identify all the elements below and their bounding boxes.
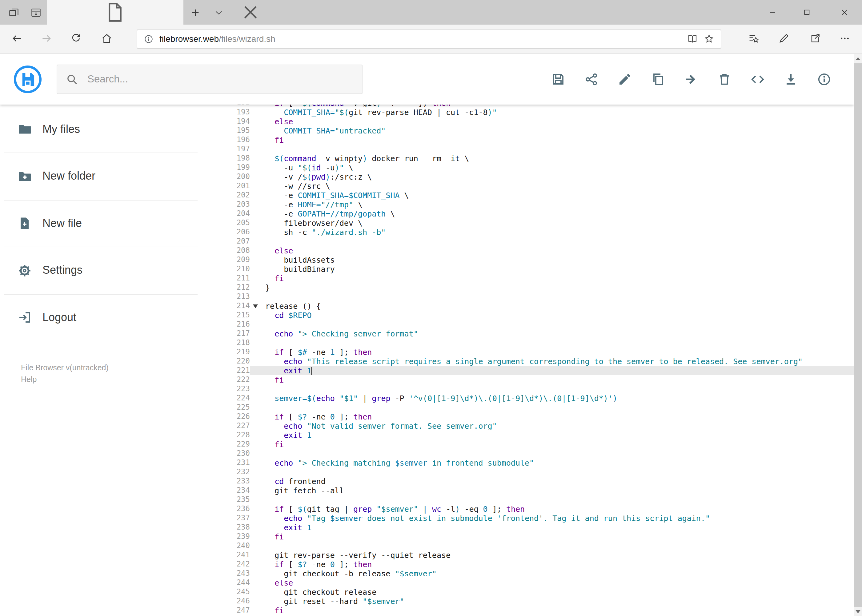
sidebar-item-settings[interactable]: Settings [0,255,220,286]
saved-tabs-button[interactable] [28,5,43,20]
code-text[interactable]: if [ $(git tag | grep "$semver" | wc -l)… [262,504,854,514]
window-minimize-button[interactable] [759,0,786,25]
code-text[interactable] [262,292,854,302]
code-line-199[interactable]: 199 -u "$(id -u)" \ [225,163,854,172]
back-button[interactable] [7,29,26,47]
new-tab-button[interactable] [187,4,203,20]
code-text[interactable]: git rev-parse --verify --quiet release [262,550,854,560]
code-text[interactable]: -v /$(pwd):/src:z \ [262,172,854,181]
code-line-220[interactable]: 220 echo "This release script requires a… [225,357,854,366]
code-line-216[interactable]: 216 [225,320,854,329]
code-line-246[interactable]: 246 git reset --hard "$semver" [225,597,854,606]
code-text[interactable] [262,467,854,477]
code-text[interactable]: git reset --hard "$semver" [262,597,854,606]
code-text[interactable]: git checkout release [262,588,854,597]
code-text[interactable]: fi [262,375,854,384]
code-text[interactable] [262,384,854,394]
address-bar[interactable]: filebrowser.web/files/wizard.sh [137,29,721,48]
code-line-217[interactable]: 217 echo "> Checking semver format" [225,329,854,338]
set-tabs-aside-button[interactable] [6,5,21,20]
code-line-228[interactable]: 228 exit 1 [225,431,854,440]
code-line-224[interactable]: 224 semver=$(echo "$1" | grep -P '^v(0|[… [225,394,854,403]
code-text[interactable]: fi [262,440,854,449]
scroll-up-button[interactable] [854,54,862,63]
delete-file-button[interactable] [717,72,732,87]
code-text[interactable]: git checkout -b release "$semver" [262,569,854,578]
code-text[interactable] [262,338,854,347]
code-line-230[interactable]: 230 [225,449,854,458]
code-text[interactable]: else [262,117,854,126]
code-text[interactable]: COMMIT_SHA="untracked" [262,126,854,135]
tab-close-button[interactable] [188,0,313,25]
code-text[interactable]: fi [262,606,854,615]
code-text[interactable]: else [262,246,854,255]
code-text[interactable]: buildBinary [262,264,854,274]
save-file-button[interactable] [551,72,566,87]
code-line-207[interactable]: 207 [225,237,854,246]
code-line-206[interactable]: 206 sh -c "./wizard.sh -b" [225,228,854,237]
browser-tab[interactable]: wizard.sh [47,0,183,25]
code-line-212[interactable]: 212} [225,283,854,292]
code-text[interactable]: if [ "$(command -v git)" != "" ]; then [262,105,854,108]
code-line-227[interactable]: 227 echo "Not valid semver format. See s… [225,421,854,431]
share-file-button[interactable] [584,72,599,87]
code-text[interactable]: echo "> Checking semver format" [262,329,854,338]
forward-button[interactable] [37,29,55,47]
code-text[interactable] [262,449,854,458]
code-text[interactable]: exit 1 [262,366,854,375]
code-line-215[interactable]: 215 cd $REPO [225,311,854,320]
code-line-234[interactable]: 234 git fetch --all [225,486,854,495]
hub-favorites-button[interactable] [744,29,763,47]
scrollbar[interactable] [854,54,862,616]
code-line-223[interactable]: 223 [225,384,854,394]
code-line-233[interactable]: 233 cd frontend [225,477,854,486]
code-line-226[interactable]: 226 if [ $? -ne 0 ]; then [225,412,854,421]
code-text[interactable]: git fetch --all [262,486,854,495]
code-line-200[interactable]: 200 -v /$(pwd):/src:z \ [225,172,854,181]
code-text[interactable]: echo "Not valid semver format. See semve… [262,421,854,431]
code-line-235[interactable]: 235 [225,495,854,504]
code-line-243[interactable]: 243 git checkout -b release "$semver" [225,569,854,578]
refresh-button[interactable] [66,29,85,47]
code-text[interactable]: release () { [262,302,854,311]
code-text[interactable]: filebrowser/dev \ [262,218,854,228]
code-line-241[interactable]: 241 git rev-parse --verify --quiet relea… [225,550,854,560]
code-text[interactable]: echo "Tag $semver does not exist in subm… [262,514,854,523]
code-line-229[interactable]: 229 fi [225,440,854,449]
code-text[interactable]: } [262,283,854,292]
sidebar-item-logout[interactable]: Logout [0,302,220,333]
code-text[interactable]: -w //src \ [262,181,854,191]
code-text[interactable] [262,320,854,329]
code-line-242[interactable]: 242 if [ $? -ne 0 ]; then [225,560,854,569]
code-line-197[interactable]: 197 [225,145,854,154]
sidebar-item-my-files[interactable]: My files [0,113,220,145]
edit-file-button[interactable] [617,72,632,87]
share-page-button[interactable] [806,29,824,47]
code-line-219[interactable]: 219 if [ $# -ne 1 ]; then [225,347,854,357]
code-line-203[interactable]: 203 -e HOME="//tmp" \ [225,200,854,209]
more-menu-button[interactable] [835,29,854,47]
sidebar-item-new-file[interactable]: New file [0,207,220,239]
site-info-icon[interactable] [143,33,154,44]
code-line-209[interactable]: 209 buildAssets [225,255,854,264]
code-line-232[interactable]: 232 [225,467,854,477]
code-text[interactable]: if [ $? -ne 0 ]; then [262,412,854,421]
code-text[interactable] [262,237,854,246]
code-line-222[interactable]: 222 fi [225,375,854,384]
file-info-button[interactable] [817,72,832,87]
code-text[interactable] [262,145,854,154]
tab-preview-chevron-button[interactable] [211,4,227,20]
scroll-thumb[interactable] [854,63,862,607]
code-line-238[interactable]: 238 exit 1 [225,523,854,532]
code-text[interactable] [262,495,854,504]
raw-code-button[interactable] [750,72,765,87]
code-line-225[interactable]: 225 [225,403,854,412]
fold-arrow-icon[interactable] [250,302,262,311]
code-text[interactable]: cd $REPO [262,311,854,320]
code-text[interactable] [262,541,854,550]
code-text[interactable]: semver=$(echo "$1" | grep -P '^v(0|[1-9]… [262,394,854,403]
web-note-button[interactable] [774,29,793,47]
code-line-240[interactable]: 240 [225,541,854,550]
reading-view-button[interactable] [687,33,698,44]
code-line-198[interactable]: 198 $(command -v winpty) docker run --rm… [225,154,854,163]
